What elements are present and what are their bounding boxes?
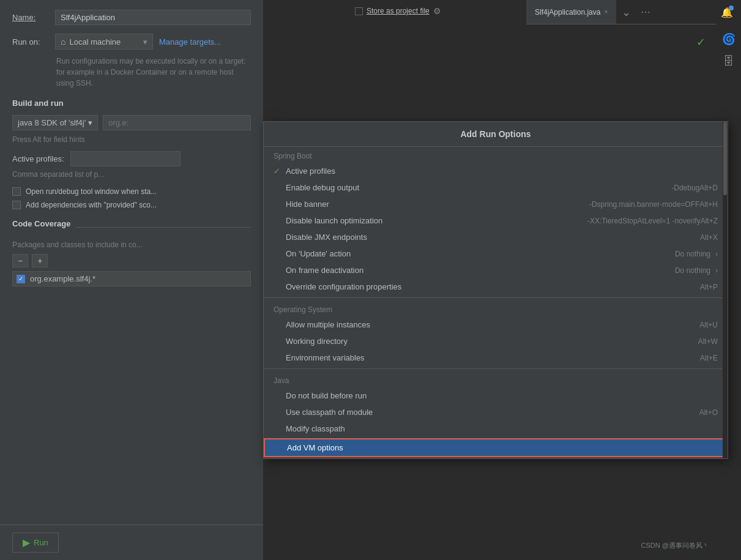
tab-filename: Slf4jApplication.java bbox=[535, 8, 600, 17]
menu-item-disable-launch[interactable]: Disable launch optimization -XX:TieredSt… bbox=[264, 212, 728, 229]
store-checkbox[interactable] bbox=[355, 7, 363, 15]
scrollbar-thumb[interactable] bbox=[723, 122, 727, 195]
menu-item-no-build[interactable]: Do not build before run bbox=[264, 387, 728, 404]
editor-checkmark: ✓ bbox=[696, 35, 706, 49]
tab-item[interactable]: Slf4jApplication.java × bbox=[526, 0, 617, 24]
menu-item-sub-debug: -Ddebug bbox=[671, 184, 699, 192]
menu-item-label-debug: Enable debug output bbox=[286, 183, 668, 192]
field-hint: Press Alt for field hints bbox=[12, 135, 251, 144]
menu-item-modify-classpath[interactable]: Modify classpath bbox=[264, 420, 728, 437]
menu-item-sub-frame: Do nothing bbox=[675, 266, 710, 275]
notification-button[interactable]: 🔔 bbox=[718, 3, 736, 21]
menu-item-enable-debug[interactable]: Enable debug output -Ddebug Alt+D bbox=[264, 179, 728, 196]
right-icons-area: 🔔 bbox=[718, 0, 741, 24]
run-on-label: Run on: bbox=[12, 37, 49, 47]
spring-boot-section-header: Spring Boot bbox=[264, 147, 728, 163]
menu-item-label-banner: Hide banner bbox=[286, 200, 586, 209]
menu-check-icon: ✓ bbox=[274, 166, 286, 176]
menu-item-label: Active profiles bbox=[286, 166, 718, 176]
tab-close-icon[interactable]: × bbox=[604, 9, 608, 15]
toolbar-row: − + bbox=[12, 254, 251, 267]
store-project-row: Store as project file ⚙ bbox=[355, 6, 441, 16]
spiral-icon[interactable]: 🌀 bbox=[719, 29, 739, 49]
sdk-dropdown-icon: ▾ bbox=[88, 118, 92, 127]
menu-item-shortcut-classpath: Alt+O bbox=[699, 408, 718, 417]
checkbox-1[interactable] bbox=[12, 187, 21, 196]
menu-item-label-update: On 'Update' action bbox=[286, 249, 671, 258]
plus-button[interactable]: + bbox=[32, 254, 48, 267]
java-section-header: Java bbox=[264, 371, 728, 387]
run-hint-text: Run configurations may be executed local… bbox=[56, 56, 251, 89]
menu-item-override-config[interactable]: Override configuration properties Alt+P bbox=[264, 278, 728, 295]
code-coverage-section: Code Coverage Packages and classes to in… bbox=[12, 219, 251, 286]
menu-item-label-frame: On frame deactivation bbox=[286, 266, 671, 275]
gear-icon[interactable]: ⚙ bbox=[433, 6, 441, 16]
build-run-section: Build and run java 8 SDK of 'slf4j' ▾ Pr… bbox=[12, 99, 251, 144]
menu-item-hide-banner[interactable]: Hide banner -Dspring.main.banner-mode=OF… bbox=[264, 196, 728, 212]
add-run-options-dropdown: Add Run Options Spring Boot ✓ Active pro… bbox=[263, 121, 728, 459]
menu-arrow-frame-icon: › bbox=[715, 266, 718, 275]
menu-item-shortcut-launch: Alt+Z bbox=[701, 217, 718, 225]
menu-item-label-no-build: Do not build before run bbox=[286, 391, 718, 400]
menu-item-allow-multiple[interactable]: Allow multiple instances Alt+U bbox=[264, 316, 728, 333]
checkbox-2-label: Add dependencies with "provided" sco... bbox=[26, 201, 157, 209]
menu-item-shortcut-debug: Alt+D bbox=[699, 184, 718, 192]
menu-item-frame-deactivation[interactable]: On frame deactivation Do nothing › bbox=[264, 262, 728, 278]
menu-item-label-jmx: Disable JMX endpoints bbox=[286, 233, 700, 242]
notification-badge-dot bbox=[729, 6, 734, 10]
menu-item-shortcut-multiple: Alt+U bbox=[699, 321, 718, 329]
class-input[interactable] bbox=[103, 115, 251, 130]
dropdown-title: Add Run Options bbox=[264, 122, 728, 147]
packages-hint: Packages and classes to include in co... bbox=[12, 241, 251, 249]
checkbox-row-1[interactable]: Open run/debug tool window when sta... bbox=[12, 187, 251, 196]
package-checkbox[interactable]: ✓ bbox=[17, 275, 25, 283]
section-divider bbox=[75, 227, 251, 228]
dropdown-arrow-icon: ▾ bbox=[143, 37, 147, 47]
menu-item-active-profiles[interactable]: ✓ Active profiles bbox=[264, 163, 728, 179]
store-label: Store as project file bbox=[367, 7, 430, 15]
run-label: Run bbox=[34, 538, 48, 547]
checkbox-row-2[interactable]: Add dependencies with "provided" sco... bbox=[12, 201, 251, 209]
active-profiles-label: Active profiles: bbox=[12, 154, 64, 163]
side-icons: 🌀 🗄 bbox=[717, 24, 741, 71]
checkbox-2[interactable] bbox=[12, 201, 21, 209]
code-coverage-header: Code Coverage bbox=[12, 219, 251, 236]
package-name: org.example.slf4j.* bbox=[30, 274, 95, 283]
menu-item-label-multiple: Allow multiple instances bbox=[286, 320, 699, 329]
menu-item-use-classpath[interactable]: Use classpath of module Alt+O bbox=[264, 404, 728, 420]
menu-item-env-vars[interactable]: Environment variables Alt+E bbox=[264, 349, 728, 366]
tab-bar: Slf4jApplication.java × ⌄ ⋯ bbox=[526, 0, 717, 24]
menu-item-shortcut-override: Alt+P bbox=[700, 283, 718, 291]
menu-item-working-dir[interactable]: Working directory Alt+W bbox=[264, 333, 728, 349]
menu-item-sub-update: Do nothing bbox=[675, 250, 710, 258]
sdk-label: java 8 SDK of 'slf4j' bbox=[18, 118, 86, 127]
watermark: CSDN @遇事问卷风丶 bbox=[641, 541, 709, 550]
menu-divider-1 bbox=[264, 297, 728, 298]
build-run-title: Build and run bbox=[12, 99, 251, 108]
name-input[interactable] bbox=[55, 10, 251, 25]
profiles-input[interactable] bbox=[70, 151, 181, 166]
menu-item-on-update[interactable]: On 'Update' action Do nothing › bbox=[264, 245, 728, 262]
scrollbar-track[interactable] bbox=[723, 122, 728, 458]
sdk-select[interactable]: java 8 SDK of 'slf4j' ▾ bbox=[12, 115, 98, 130]
bottom-bar: ▶ Run bbox=[0, 525, 263, 560]
menu-item-shortcut-jmx: Alt+X bbox=[700, 233, 718, 242]
database-icon[interactable]: 🗄 bbox=[719, 51, 739, 71]
minus-button[interactable]: − bbox=[12, 254, 28, 267]
os-section-header: Operating System bbox=[264, 301, 728, 316]
run-on-value: Local machine bbox=[69, 37, 121, 47]
run-button[interactable]: ▶ Run bbox=[12, 532, 59, 553]
menu-item-shortcut-banner: Alt+H bbox=[699, 200, 718, 209]
run-on-row: Run on: ⌂ Local machine ▾ Manage targets… bbox=[12, 34, 251, 50]
run-on-select[interactable]: ⌂ Local machine ▾ bbox=[55, 34, 153, 50]
tab-chevron-down-icon[interactable]: ⌄ bbox=[617, 6, 636, 19]
menu-item-add-vm-options[interactable]: Add VM options bbox=[264, 438, 728, 457]
menu-item-label-modify-cp: Modify classpath bbox=[286, 424, 718, 433]
package-item[interactable]: ✓ org.example.slf4j.* bbox=[12, 271, 251, 286]
name-row: Name: bbox=[12, 10, 251, 25]
menu-item-label-workdir: Working directory bbox=[286, 337, 698, 346]
tab-more-icon[interactable]: ⋯ bbox=[636, 6, 655, 18]
menu-item-sub-launch: -XX:TieredStopAtLevel=1 -noverify bbox=[587, 217, 701, 225]
menu-item-disable-jmx[interactable]: Disable JMX endpoints Alt+X bbox=[264, 229, 728, 245]
manage-targets-link[interactable]: Manage targets... bbox=[159, 37, 221, 47]
